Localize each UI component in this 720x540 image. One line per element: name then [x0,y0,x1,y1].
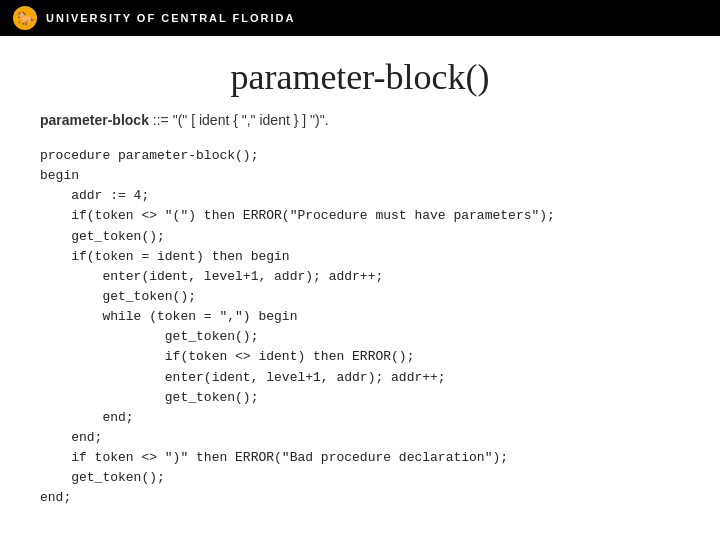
svg-text:🐎: 🐎 [17,10,35,27]
grammar-rule-value: ::= "(" [ ident { "," ident } ] ")". [149,112,329,128]
ucf-pegasus-icon: 🐎 [12,5,38,31]
code-block: procedure parameter-block(); begin addr … [40,146,680,509]
page-title: parameter-block() [40,56,680,98]
ucf-logo: 🐎 UNIVERSITY OF CENTRAL FLORIDA [12,5,296,31]
header-bar: 🐎 UNIVERSITY OF CENTRAL FLORIDA [0,0,720,36]
main-content: parameter-block() parameter-block ::= "(… [0,36,720,529]
grammar-rule-label: parameter-block [40,112,149,128]
grammar-rule: parameter-block ::= "(" [ ident { "," id… [40,112,680,128]
university-name-label: UNIVERSITY OF CENTRAL FLORIDA [46,12,296,24]
